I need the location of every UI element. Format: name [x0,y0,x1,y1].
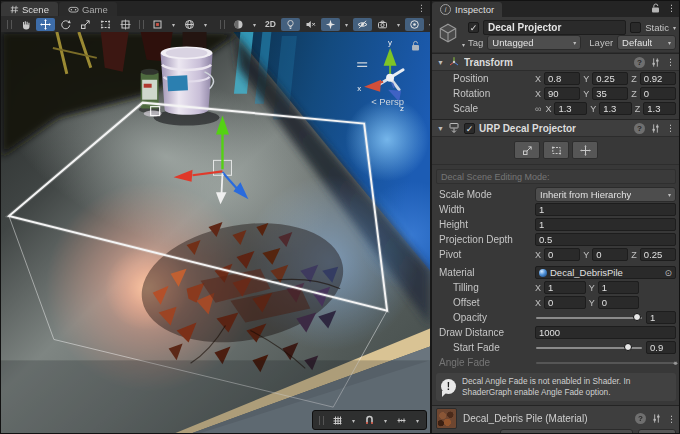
scale-tool-button[interactable] [76,18,95,31]
info-icon: i [440,4,451,15]
scene-audio-button[interactable] [301,18,320,31]
position-z-field[interactable]: 0.92 [640,72,676,85]
scene-visibility-button[interactable] [353,18,372,31]
scale-mode-dropdown[interactable]: Inherit from Hierarchy ▾ [535,187,676,202]
rect-tool-icon [100,19,111,30]
height-field[interactable]: 1 [535,218,676,231]
static-checkbox[interactable] [630,22,641,33]
projection-mode-label[interactable]: < Persp [371,96,404,107]
grid-visibility-dropdown[interactable]: ▾ [348,413,359,427]
presets-icon[interactable] [650,123,661,134]
pivot-x-field[interactable]: 0 [544,248,580,261]
scale-z-field[interactable]: 1.3 [643,102,676,115]
start-fade-slider[interactable] [535,341,643,354]
material-thumbnail[interactable] [436,408,457,429]
help-icon[interactable]: ? [635,413,646,424]
2d-mode-button[interactable]: 2D [261,18,280,31]
help-icon[interactable]: ? [634,57,645,68]
active-checkbox[interactable]: ✓ [468,22,479,33]
position-y-field[interactable]: 0.25 [592,72,628,85]
component-enabled-checkbox[interactable]: ✓ [464,123,475,134]
presets-icon[interactable] [651,413,662,424]
snap-increment-button[interactable] [392,413,411,427]
object-picker-icon[interactable]: ⊙ [664,268,672,278]
toolbar-grip[interactable] [139,20,144,29]
tilling-y-field[interactable]: 1 [598,281,640,294]
static-dropdown[interactable]: ▾ [673,24,676,31]
decal-projector-header[interactable]: ▼ ✓ URP Decal Projector ? ⋮ [432,119,680,137]
gizmos-button[interactable] [405,18,424,31]
toolbar-grip[interactable] [7,20,12,29]
draw-mode-button[interactable] [229,18,248,31]
handle-rotation-dropdown[interactable]: ▾ [200,18,211,31]
link-scale-icon[interactable]: ∞ [535,104,541,114]
component-menu-icon[interactable]: ⋮ [666,57,675,67]
scene-lighting-button[interactable] [281,18,300,31]
decal-scale-mode-button[interactable] [514,141,540,159]
grid-snapping-button[interactable] [360,413,379,427]
offset-x-field[interactable]: 0 [544,296,586,309]
rotation-y-field[interactable]: 35 [592,87,628,100]
pivot-mode-dropdown[interactable]: ▾ [168,18,179,31]
tag-dropdown[interactable]: Untagged ▾ [487,35,581,50]
foldout-icon[interactable]: ▼ [437,125,444,132]
rect-tool-button[interactable] [96,18,115,31]
grid-visibility-button[interactable] [328,413,347,427]
handle-rotation-button[interactable] [180,18,199,31]
material-object-field[interactable]: Decal_DebrisPile ⊙ [535,266,676,279]
gameobject-cube-icon[interactable]: ▾ [437,22,461,46]
shader-edit-button[interactable]: Edit... [638,429,676,433]
snap-increment-dropdown[interactable]: ▾ [412,413,423,427]
gameobject-name-field[interactable]: Decal Projector [483,20,626,35]
component-menu-icon[interactable]: ⋮ [666,123,675,133]
material-foldout-icon[interactable]: ▶ [433,432,438,433]
decal-pivot-mode-button[interactable] [572,141,598,159]
opacity-field[interactable]: 1 [646,311,676,324]
foldout-icon[interactable]: ▼ [437,59,444,66]
tab-scene[interactable]: Scene [1,2,58,16]
axis-center-cube[interactable] [386,74,394,82]
scene-effects-button[interactable] [321,18,340,31]
scene-camera-dropdown[interactable]: ▾ [393,18,404,31]
transform-tool-button[interactable] [116,18,135,31]
draw-mode-dropdown[interactable]: ▾ [249,18,260,31]
scene-effects-dropdown[interactable]: ▾ [341,18,352,31]
shader-dropdown[interactable]: Shader Graphs/Decal_HeightMask ▾ [500,429,633,433]
tilling-x-field[interactable]: 1 [544,281,586,294]
position-x-field[interactable]: 0.8 [544,72,580,85]
scene-camera-button[interactable] [373,18,392,31]
layer-dropdown[interactable]: Default ▾ [617,35,676,50]
pivot-mode-button[interactable] [148,18,167,31]
material-header[interactable]: Decal_Debris Pile (Material) ? ⋮ [436,409,676,429]
tab-inspector[interactable]: i Inspector [432,2,502,17]
draw-distance-field[interactable]: 1000 [535,326,676,339]
presets-icon[interactable] [650,57,661,68]
opacity-slider[interactable] [535,311,643,324]
scene-overlay-menu-icon[interactable]: ⋮ [417,3,426,13]
grid-snapping-dropdown[interactable]: ▾ [380,413,391,427]
help-icon[interactable]: ? [634,123,645,134]
inspector-menu-icon[interactable]: ⋮ [667,3,676,13]
icon-dropdown[interactable]: ▾ [462,41,465,48]
toolbar-grip[interactable] [319,416,324,425]
decal-crop-mode-button[interactable] [543,141,569,159]
pivot-y-field[interactable]: 0 [592,248,628,261]
component-menu-icon[interactable]: ⋮ [667,414,676,424]
lock-icon[interactable] [651,3,660,13]
rotation-x-field[interactable]: 90 [544,87,580,100]
rotate-tool-button[interactable] [56,18,75,31]
projection-depth-field[interactable]: 0.5 [535,233,676,246]
hand-tool-button[interactable] [16,18,35,31]
scene-viewport[interactable]: y x z < Persp ▾ [1,32,430,433]
transform-header[interactable]: ▼ Transform ? ⋮ [432,53,680,71]
scale-x-field[interactable]: 1.3 [554,102,587,115]
toolbar-grip[interactable] [220,20,225,29]
start-fade-field[interactable]: 0.9 [646,341,676,354]
rotation-z-field[interactable]: 0 [640,87,676,100]
width-field[interactable]: 1 [535,203,676,216]
scale-y-field[interactable]: 1.3 [599,102,632,115]
tab-game[interactable]: Game [59,2,117,16]
pivot-z-field[interactable]: 0.25 [640,248,676,261]
offset-y-field[interactable]: 0 [598,296,640,309]
move-tool-button[interactable] [36,18,55,31]
